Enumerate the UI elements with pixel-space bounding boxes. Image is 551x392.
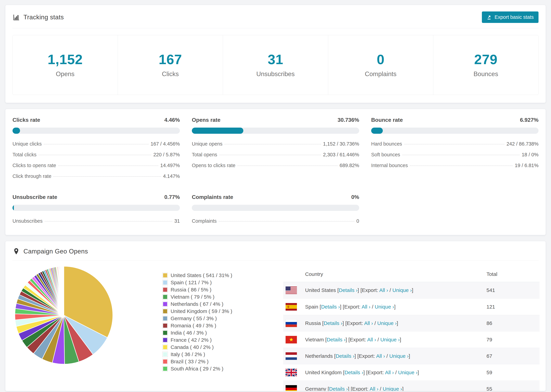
bracket: [ xyxy=(333,353,336,359)
export-unique-link[interactable]: Unique › xyxy=(383,386,402,391)
legend-swatch xyxy=(162,337,168,343)
total-cell: 121 xyxy=(487,304,536,310)
rate-title: Clicks rate xyxy=(13,117,40,123)
table-row: Vietnam [Details ›] [Export: All › / Uni… xyxy=(283,331,540,348)
separator: / xyxy=(388,287,392,293)
table-row: Spain [Details ›] [Export: All › / Uniqu… xyxy=(283,298,540,315)
flag-de-icon xyxy=(286,385,297,391)
rate-grid: Clicks rate4.46%Unique clicks167 / 4.456… xyxy=(13,117,538,226)
details-link[interactable]: Details › xyxy=(327,337,346,343)
export-all-link[interactable]: All › xyxy=(370,386,379,391)
export-button-label: Export basic stats xyxy=(494,14,534,20)
pie-legend: United States ( 541 / 31% )Spain ( 121 /… xyxy=(162,272,283,391)
flag-es-icon xyxy=(286,303,297,311)
separator: / xyxy=(385,353,389,359)
legend-label: Germany ( 55 / 3% ) xyxy=(171,315,217,321)
stat-row: Unique clicks167 / 4.456% xyxy=(13,139,180,149)
rate-block: Clicks rate4.46%Unique clicks167 / 4.456… xyxy=(13,117,180,182)
stat-cell: 0Complaints xyxy=(328,35,433,95)
export-all-link[interactable]: All › xyxy=(361,304,370,309)
country-name: United States xyxy=(305,287,336,293)
export-unique-link[interactable]: Unique › xyxy=(377,320,397,326)
geo-header: Campaign Geo Opens xyxy=(5,241,546,260)
stat-row-label: Opens to clicks rate xyxy=(192,163,235,168)
export-unique-link[interactable]: Unique › xyxy=(389,353,409,359)
export-unique-link[interactable]: Unique › xyxy=(398,370,417,375)
export-all-link[interactable]: All › xyxy=(364,320,373,326)
country-name: Russia xyxy=(305,320,321,326)
legend-label: France ( 42 / 2% ) xyxy=(171,337,212,343)
details-link[interactable]: Details › xyxy=(329,386,348,391)
legend-label: Canada ( 40 / 2% ) xyxy=(171,344,214,350)
stat-row: Total clicks220 / 5.87% xyxy=(13,149,180,160)
rate-rows: Unique opens1,152 / 30.736%Total opens2,… xyxy=(192,139,359,171)
geo-table: Country Total United States [Details ›] … xyxy=(283,266,540,391)
stat-row-value: 689.82% xyxy=(340,163,359,168)
stat-row: Unique opens1,152 / 30.736% xyxy=(192,139,359,149)
dotted-leader xyxy=(44,144,148,144)
legend-item: South Africa ( 29 / 2% ) xyxy=(162,365,283,372)
rate-rows: Hard bounces242 / 86.738%Soft bounces18 … xyxy=(371,139,538,171)
export-prefix: Export: xyxy=(362,287,379,293)
geo-title: Campaign Geo Opens xyxy=(23,248,88,255)
legend-label: Romania ( 49 / 3% ) xyxy=(171,323,216,329)
campaign-geo-opens-card: Campaign Geo Opens United States ( 541 /… xyxy=(5,241,546,391)
legend-swatch xyxy=(162,366,168,371)
bracket: [ xyxy=(342,370,345,375)
details-link[interactable]: Details › xyxy=(324,320,342,326)
separator: / xyxy=(373,320,377,326)
legend-label: South Africa ( 29 / 2% ) xyxy=(171,366,223,372)
rate-rows: Complaints0 xyxy=(192,216,359,226)
flag-us-icon xyxy=(286,287,297,294)
details-link[interactable]: Details › xyxy=(339,287,358,293)
stat-value: 0 xyxy=(328,52,433,67)
country-cell: Vietnam [Details ›] [Export: All › / Uni… xyxy=(305,337,478,343)
dotted-leader xyxy=(219,221,354,222)
export-all-link[interactable]: All › xyxy=(376,353,385,359)
export-unique-link[interactable]: Unique › xyxy=(375,304,394,309)
stat-row-value: 0 xyxy=(356,218,359,224)
legend-label: United Kingdom ( 59 / 3% ) xyxy=(171,308,232,314)
export-unique-link[interactable]: Unique › xyxy=(380,337,400,343)
rate-value: 4.46% xyxy=(164,117,180,123)
legend-swatch xyxy=(162,323,168,328)
export-all-link[interactable]: All › xyxy=(367,337,376,343)
rate-rows: Unsubscribes31 xyxy=(13,216,180,226)
dotted-leader xyxy=(58,166,158,166)
stat-row: Click through rate4.147% xyxy=(13,171,180,182)
export-all-link[interactable]: All › xyxy=(379,287,388,293)
bracket: ] xyxy=(397,320,398,326)
bracket: ] [ xyxy=(348,386,352,391)
country-cell: Spain [Details ›] [Export: All › / Uniqu… xyxy=(305,304,478,310)
legend-item: France ( 42 / 2% ) xyxy=(162,336,283,343)
stat-value: 1,152 xyxy=(13,52,118,67)
export-prefix: Export: xyxy=(350,337,367,343)
stat-value: 31 xyxy=(223,52,328,67)
bracket: ] [ xyxy=(358,287,362,293)
details-link[interactable]: Details › xyxy=(336,353,354,359)
legend-label: Brazil ( 33 / 2% ) xyxy=(171,359,209,364)
export-basic-stats-button[interactable]: Export basic stats xyxy=(482,11,538,23)
stat-row: Opens to clicks rate689.82% xyxy=(192,160,359,171)
stat-row-label: Total clicks xyxy=(13,152,36,158)
table-row: Germany [Details ›] [Export: All › / Uni… xyxy=(283,381,540,391)
details-link[interactable]: Details › xyxy=(321,304,340,309)
table-row: United Kingdom [Details ›] [Export: All … xyxy=(283,364,540,381)
separator: / xyxy=(376,337,380,343)
bracket: ] xyxy=(412,287,413,293)
rate-title: Unsubscribe rate xyxy=(13,194,57,200)
stat-label: Complaints xyxy=(328,70,433,78)
details-link[interactable]: Details › xyxy=(345,370,363,375)
rates-card: Clicks rate4.46%Unique clicks167 / 4.456… xyxy=(5,109,546,235)
country-cell: United Kingdom [Details ›] [Export: All … xyxy=(305,370,478,375)
rate-block: Unsubscribe rate0.77%Unsubscribes31 xyxy=(13,194,180,226)
rate-title: Complaints rate xyxy=(192,194,233,200)
progress-bar-fill xyxy=(13,128,20,134)
map-pin-icon xyxy=(13,248,20,255)
export-unique-link[interactable]: Unique › xyxy=(392,287,412,293)
separator: / xyxy=(394,370,398,375)
legend-item: Spain ( 121 / 7% ) xyxy=(162,279,283,286)
export-all-link[interactable]: All › xyxy=(385,370,394,375)
stat-label: Bounces xyxy=(433,70,538,78)
stat-label: Clicks xyxy=(118,70,223,78)
